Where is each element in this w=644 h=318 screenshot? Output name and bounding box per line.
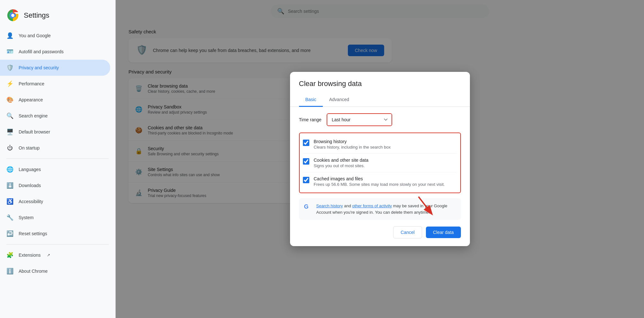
person-icon: 👤 xyxy=(6,32,13,39)
sidebar-divider-2 xyxy=(6,244,109,245)
sidebar-item-accessibility[interactable]: ♿ Accessibility xyxy=(0,193,110,210)
checkbox-cached-text: Cached images and files Frees up 56.6 MB… xyxy=(314,176,445,187)
google-g-icon: G xyxy=(304,203,312,211)
sidebar-item-privacy[interactable]: 🛡️ Privacy and security xyxy=(0,60,110,76)
checkbox-cached: Cached images and files Frees up 56.6 MB… xyxy=(303,172,457,191)
checkbox-section: Browsing history Clears history, includi… xyxy=(299,133,461,193)
sidebar-item-label: About Chrome xyxy=(19,269,48,274)
browsing-history-title: Browsing history xyxy=(314,139,391,144)
search-history-link[interactable]: Search history xyxy=(316,203,343,208)
dialog-overlay: Clear browsing data Basic Advanced Time … xyxy=(116,0,644,318)
svg-point-3 xyxy=(11,14,14,17)
sidebar-item-label: On startup xyxy=(19,145,40,150)
sidebar-item-label: Performance xyxy=(19,81,44,86)
checkbox-browsing-history: Browsing history Clears history, includi… xyxy=(303,135,457,153)
sidebar-item-label: Accessibility xyxy=(19,199,43,204)
cookies-checkbox[interactable] xyxy=(303,158,309,165)
cancel-button[interactable]: Cancel xyxy=(393,226,422,238)
autofill-icon: 🪪 xyxy=(6,48,13,55)
cached-checkbox[interactable] xyxy=(303,177,309,183)
time-range-label: Time range xyxy=(299,117,322,122)
cookies-sub: Signs you out of most sites. xyxy=(314,163,368,168)
chrome-logo-icon xyxy=(6,9,19,22)
sidebar-item-appearance[interactable]: 🎨 Appearance xyxy=(0,92,110,108)
sidebar-header: Settings xyxy=(0,3,115,28)
sidebar-item-label: System xyxy=(19,215,34,220)
sidebar-item-search-engine[interactable]: 🔍 Search engine xyxy=(0,108,110,124)
sidebar-item-autofill[interactable]: 🪪 Autofill and passwords xyxy=(0,44,110,60)
dialog-body: Time range Last hour Last 24 hours Last … xyxy=(290,107,470,220)
dialog-title: Clear browsing data xyxy=(290,72,470,93)
browsing-history-checkbox[interactable] xyxy=(303,140,309,146)
reset-icon: ↩️ xyxy=(6,230,13,237)
sidebar-item-label: You and Google xyxy=(19,33,51,38)
sidebar-item-default-browser[interactable]: 🖥️ Default browser xyxy=(0,124,110,140)
time-range-select-wrapper: Last hour Last 24 hours Last 7 days Last… xyxy=(327,113,392,126)
tab-advanced[interactable]: Advanced xyxy=(323,93,356,107)
about-icon: ℹ️ xyxy=(6,268,13,275)
google-notice-text: Search history and other forms of activi… xyxy=(316,203,456,215)
sidebar-divider xyxy=(6,159,109,159)
performance-icon: ⚡ xyxy=(6,80,13,87)
cookies-title: Cookies and other site data xyxy=(314,158,368,163)
sidebar-item-label: Default browser xyxy=(19,129,50,134)
google-account-notice: G Search history and other forms of acti… xyxy=(299,198,461,220)
sidebar-item-reset-settings[interactable]: ↩️ Reset settings xyxy=(0,226,110,242)
downloads-icon: ⬇️ xyxy=(6,182,13,189)
sidebar-item-label: Reset settings xyxy=(19,231,47,236)
other-forms-link[interactable]: other forms of activity xyxy=(352,203,392,208)
sidebar-item-label: Autofill and passwords xyxy=(19,49,64,54)
checkbox-browsing-text: Browsing history Clears history, includi… xyxy=(314,139,391,150)
sidebar-item-extensions[interactable]: 🧩 Extensions ↗ xyxy=(0,247,110,263)
checkbox-cookies: Cookies and other site data Signs you ou… xyxy=(303,153,457,172)
on-startup-icon: ⏻ xyxy=(6,144,13,151)
sidebar-item-downloads[interactable]: ⬇️ Downloads xyxy=(0,177,110,193)
sidebar-item-label: Appearance xyxy=(19,97,43,102)
sidebar-item-languages[interactable]: 🌐 Languages xyxy=(0,161,110,177)
sidebar-item-system[interactable]: 🔧 System xyxy=(0,210,110,226)
dialog-tabs: Basic Advanced xyxy=(290,93,470,107)
external-link-icon: ↗ xyxy=(47,253,50,257)
checkbox-cookies-text: Cookies and other site data Signs you ou… xyxy=(314,158,368,168)
search-engine-icon: 🔍 xyxy=(6,112,13,119)
dialog-footer: Cancel Clear data xyxy=(290,226,470,238)
default-browser-icon: 🖥️ xyxy=(6,128,13,135)
time-range-row: Time range Last hour Last 24 hours Last … xyxy=(299,113,461,126)
cached-sub: Frees up 56.6 MB. Some sites may load mo… xyxy=(314,182,445,187)
sidebar-item-label: Extensions xyxy=(19,253,40,258)
clear-browsing-dialog: Clear browsing data Basic Advanced Time … xyxy=(290,72,470,246)
system-icon: 🔧 xyxy=(6,214,13,221)
accessibility-icon: ♿ xyxy=(6,198,13,205)
sidebar-item-label: Languages xyxy=(19,167,41,172)
extensions-icon: 🧩 xyxy=(6,252,13,259)
clear-data-button[interactable]: Clear data xyxy=(426,227,461,238)
sidebar-item-on-startup[interactable]: ⏻ On startup xyxy=(0,140,110,156)
sidebar-item-label: Privacy and security xyxy=(19,65,59,70)
sidebar-item-performance[interactable]: ⚡ Performance xyxy=(0,76,110,92)
tab-basic[interactable]: Basic xyxy=(299,93,323,107)
appearance-icon: 🎨 xyxy=(6,96,13,103)
sidebar-item-you-and-google[interactable]: 👤 You and Google xyxy=(0,28,110,44)
sidebar-item-label: Search engine xyxy=(19,113,48,118)
sidebar-item-about-chrome[interactable]: ℹ️ About Chrome xyxy=(0,263,110,279)
sidebar-item-label: Downloads xyxy=(19,183,41,188)
main-content: 🔍 Safety check 🛡️ Chrome can help keep y… xyxy=(116,0,644,318)
privacy-icon: 🛡️ xyxy=(6,64,13,71)
languages-icon: 🌐 xyxy=(6,166,13,173)
time-range-select[interactable]: Last hour Last 24 hours Last 7 days Last… xyxy=(327,114,392,125)
sidebar: Settings 👤 You and Google 🪪 Autofill and… xyxy=(0,0,116,318)
app-title: Settings xyxy=(24,11,49,20)
cached-title: Cached images and files xyxy=(314,176,445,181)
browsing-history-sub: Clears history, including in the search … xyxy=(314,145,391,150)
